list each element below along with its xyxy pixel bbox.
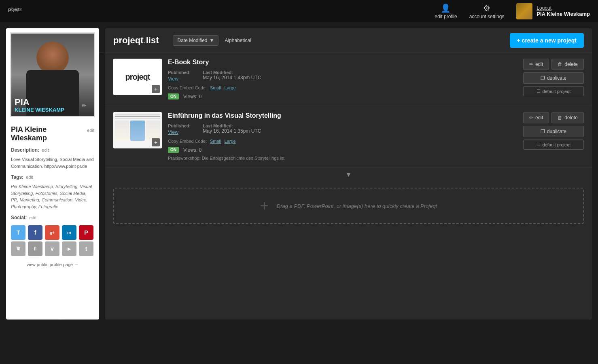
- expand-row[interactable]: ▼: [105, 168, 592, 182]
- projects-header: projeqt.list Date Modified ▼ Alphabetica…: [105, 28, 592, 53]
- tags-edit-link[interactable]: edit: [26, 175, 33, 180]
- profile-name-edit-link[interactable]: edit: [87, 128, 94, 133]
- thumb-logo: projeqt: [125, 72, 150, 82]
- last-modified-group: Last Modified: May 16, 2014 1:35pm UTC: [203, 123, 261, 135]
- profile-card: PIA KLEINE WIESKAMP ✏ PIA Kleine Wieskam…: [6, 28, 99, 320]
- duplicate-icon: ❐: [541, 75, 545, 81]
- profile-info: PIA Kleine Wieskamp edit Description: ed…: [6, 121, 99, 273]
- checkbox-icon: ☐: [537, 89, 541, 94]
- logo-trademark: ®: [19, 7, 21, 11]
- delete-button[interactable]: 🗑 delete: [551, 59, 584, 70]
- last-modified-value: May 16, 2014 1:35pm UTC: [203, 128, 261, 134]
- edit-delete-row: ✏ edit 🗑 delete: [523, 112, 584, 123]
- project-info: Einführung in das Visual Storytelling Pu…: [168, 112, 517, 161]
- social-label: Social:: [11, 215, 27, 220]
- status-row: ON Views: 0: [168, 147, 517, 153]
- pencil-icon: ✏: [529, 61, 533, 67]
- logout-link[interactable]: Logout: [537, 5, 590, 11]
- tumblr-button[interactable]: t: [79, 241, 93, 256]
- social-edit-link[interactable]: edit: [29, 215, 36, 220]
- vimeo-button[interactable]: v: [45, 241, 59, 256]
- last-modified-value: May 16, 2014 1:43pm UTC: [203, 75, 261, 80]
- tags-label-row: Tags: edit: [11, 174, 94, 182]
- pinterest-button[interactable]: P: [79, 225, 93, 240]
- default-projeqt-button[interactable]: ☐ default projeqt: [523, 140, 584, 150]
- view-link[interactable]: View: [168, 76, 178, 82]
- sort-date-button[interactable]: Date Modified ▼: [173, 35, 218, 46]
- projects-area: projeqt.list Date Modified ▼ Alphabetica…: [105, 28, 592, 320]
- sort-controls: Date Modified ▼ Alphabetical: [173, 35, 251, 46]
- default-projeqt-button[interactable]: ☐ default projeqt: [523, 86, 584, 96]
- duplicate-icon: ❐: [541, 129, 545, 134]
- description-edit-link[interactable]: edit: [42, 148, 49, 152]
- embed-large-link[interactable]: Large: [225, 85, 236, 90]
- photo-edit-icon[interactable]: ✏: [82, 102, 87, 109]
- edit-profile-nav[interactable]: 👤 edit profile: [435, 3, 457, 19]
- embed-large-link[interactable]: Large: [225, 139, 236, 144]
- youtube-button[interactable]: ▶: [62, 241, 76, 256]
- edit-delete-row: ✏ edit 🗑 delete: [523, 59, 584, 70]
- logo[interactable]: projeqt®: [8, 6, 21, 17]
- avatar-image: [516, 3, 532, 19]
- flickr-button[interactable]: fl: [28, 241, 42, 256]
- profile-tags: Pia Kleine Wieskamp, Storytelling, Visua…: [11, 183, 94, 210]
- project-title: Einführung in das Visual Storytelling: [168, 112, 517, 119]
- embed-small-link[interactable]: Small: [210, 139, 221, 144]
- embed-row: Copy Embed Code: Small Large: [168, 85, 517, 90]
- logo-text: projeqt: [8, 7, 19, 11]
- published-group: Published: View: [168, 123, 191, 135]
- project-meta: Published: View Last Modified: May 16, 2…: [168, 70, 517, 82]
- view-link[interactable]: View: [168, 129, 178, 135]
- header-right: 👤 edit profile ⚙ account settings Logout…: [435, 3, 590, 19]
- view-profile-link[interactable]: view public profile page →: [11, 260, 94, 269]
- twitter-button[interactable]: T: [11, 225, 25, 240]
- chevron-down-icon: ▼: [210, 38, 214, 43]
- sort-alpha-button[interactable]: Alphabetical: [225, 38, 251, 43]
- user-name: PIA Kleine Wieskamp: [537, 11, 590, 17]
- views-text: Views: 0: [183, 147, 201, 153]
- linkedin-button[interactable]: in: [62, 225, 76, 240]
- trash-icon: 🗑: [558, 115, 562, 121]
- person-icon: 👤: [441, 3, 451, 13]
- project-thumbnail: +: [113, 112, 162, 148]
- user-info: Logout PIA Kleine Wieskamp: [537, 5, 590, 17]
- edit-profile-label: edit profile: [435, 14, 457, 19]
- main-layout: PIA KLEINE WIESKAMP ✏ PIA Kleine Wieskam…: [0, 22, 598, 364]
- photo-subname: KLEINE WIESKAMP: [15, 107, 91, 113]
- delete-button[interactable]: 🗑 delete: [551, 112, 584, 123]
- trash-icon: 🗑: [558, 61, 562, 67]
- edit-button[interactable]: ✏ edit: [523, 112, 549, 123]
- user-section: Logout PIA Kleine Wieskamp: [516, 3, 590, 19]
- avatar: [516, 3, 532, 19]
- embed-row: Copy Embed Code: Small Large: [168, 139, 517, 144]
- project-title: E-Book Story: [168, 59, 517, 66]
- crown-button[interactable]: ♛: [11, 241, 25, 256]
- create-projeqt-button[interactable]: + create a new projeqt: [510, 33, 584, 48]
- gplus-button[interactable]: g+: [45, 225, 59, 240]
- expand-arrow-icon: ▼: [346, 171, 352, 178]
- pencil-icon: ✏: [529, 115, 533, 121]
- duplicate-button[interactable]: ❐ duplicate: [523, 126, 584, 137]
- embed-small-link[interactable]: Small: [210, 85, 221, 90]
- published-group: Published: View: [168, 70, 191, 82]
- views-text: Views: 0: [183, 94, 201, 99]
- projects-title-list: list: [146, 35, 159, 45]
- duplicate-button[interactable]: ❐ duplicate: [523, 72, 584, 84]
- project-actions: ✏ edit 🗑 delete ❐ duplicate ☐ default pr…: [523, 112, 584, 161]
- facebook-button[interactable]: f: [28, 225, 42, 240]
- on-badge: ON: [168, 147, 179, 153]
- description-label: Description:: [11, 147, 39, 153]
- last-modified-group: Last Modified: May 16, 2014 1:43pm UTC: [203, 70, 261, 82]
- drop-plus-icon: +: [260, 199, 269, 213]
- profile-photo: PIA KLEINE WIESKAMP ✏: [10, 32, 95, 117]
- social-label-row: Social: edit: [11, 215, 94, 222]
- drop-zone[interactable]: + Drag a PDF, PowerPoint, or image(s) he…: [113, 188, 584, 224]
- profile-name-row: PIA Kleine Wieskamp edit: [11, 125, 94, 142]
- account-settings-nav[interactable]: ⚙ account settings: [469, 3, 505, 19]
- photo-name-big: PIA: [15, 98, 91, 107]
- tags-label: Tags:: [11, 174, 23, 180]
- status-row: ON Views: 0: [168, 93, 517, 99]
- project-item: projeqt + E-Book Story Published: View L…: [105, 53, 592, 106]
- thumb-plus-icon: +: [152, 138, 160, 146]
- edit-button[interactable]: ✏ edit: [523, 59, 549, 70]
